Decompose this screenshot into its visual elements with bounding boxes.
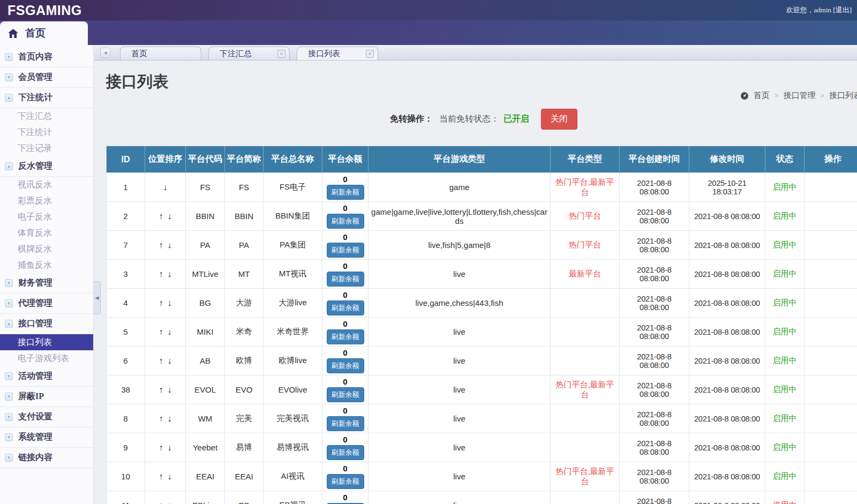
cell-created-time: 2021-08-808:08:00 — [620, 202, 689, 231]
refresh-balance-button[interactable]: 刷新余额 — [327, 185, 364, 200]
cell-status: 启用中 — [765, 202, 805, 231]
sort-up-icon[interactable]: ↑ — [159, 327, 163, 336]
sort-up-icon[interactable]: ↑ — [159, 240, 163, 250]
sidebar-group-首页内容[interactable]: ▼首页内容 — [0, 47, 93, 67]
nav-home[interactable]: 首页 — [0, 21, 88, 45]
expand-icon: ▼ — [5, 454, 13, 462]
sort-down-icon[interactable]: ↓ — [168, 327, 172, 336]
sidebar-group-链接内容[interactable]: ▼链接内容 — [0, 448, 93, 468]
sidebar-item-接口列表[interactable]: 接口列表 — [0, 334, 93, 350]
status-badge: 启用中 — [773, 298, 797, 307]
cell-actions — [805, 375, 857, 404]
sort-down-icon[interactable]: ↓ — [168, 240, 172, 250]
cell-platform-type — [551, 404, 620, 433]
tab-close-icon[interactable]: × — [277, 50, 285, 58]
sort-up-icon[interactable]: ↑ — [159, 443, 163, 452]
refresh-balance-button[interactable]: 刷新余额 — [327, 243, 364, 258]
logout-link[interactable]: [退出] — [833, 6, 852, 14]
sidebar-item-体育反水[interactable]: 体育反水 — [0, 225, 93, 241]
refresh-balance-button[interactable]: 刷新余额 — [327, 358, 364, 373]
cell-created-time: 2021-08-808:08:00 — [620, 491, 689, 504]
sidebar-item-捕鱼反水[interactable]: 捕鱼反水 — [0, 257, 93, 273]
sidebar-collapse-handle[interactable]: ◀ — [94, 281, 101, 314]
sidebar-item-下注记录[interactable]: 下注记录 — [0, 140, 93, 156]
sort-down-icon[interactable]: ↓ — [168, 443, 172, 452]
sort-up-icon[interactable]: ↑ — [159, 414, 163, 423]
sort-up-icon[interactable]: ↑ — [159, 298, 163, 307]
tab-scroll-left-button[interactable]: ◀ — [100, 48, 110, 58]
transfer-close-button[interactable]: 关闭 — [541, 109, 577, 130]
sidebar-item-彩票反水[interactable]: 彩票反水 — [0, 193, 93, 209]
cell-game-types: live,fish|5,game|8 — [369, 231, 551, 260]
cell-sort: ↑↓ — [145, 260, 186, 289]
cell-sort: ↑↓ — [145, 347, 186, 375]
refresh-balance-button[interactable]: 刷新余额 — [327, 445, 364, 460]
cell-created-time: 2021-08-808:08:00 — [620, 433, 689, 462]
brand-logo: FSGAMING — [0, 3, 82, 18]
sidebar-group-系统管理[interactable]: ▼系统管理 — [0, 427, 93, 448]
sort-down-icon[interactable]: ↓ — [163, 183, 168, 192]
cell-modified-time: 2021-08-8 08:08:00 — [689, 289, 765, 318]
tab-下注汇总[interactable]: 下注汇总× — [208, 47, 290, 60]
sidebar-item-棋牌反水[interactable]: 棋牌反水 — [0, 241, 93, 257]
cell-balance: 0刷新余额 — [322, 375, 369, 404]
sort-up-icon[interactable]: ↑ — [159, 269, 163, 279]
sidebar-item-下注统计[interactable]: 下注统计 — [0, 124, 93, 140]
cell-game-types: live — [369, 347, 551, 375]
sort-up-icon[interactable]: ↑ — [159, 212, 163, 221]
sort-down-icon[interactable]: ↓ — [168, 501, 172, 504]
cell-game-types: live — [369, 404, 551, 433]
sort-down-icon[interactable]: ↓ — [168, 356, 172, 365]
status-badge: 停用中 — [773, 500, 797, 504]
sidebar-group-财务管理[interactable]: ▼财务管理 — [0, 273, 93, 294]
tab-首页[interactable]: 首页 — [120, 47, 201, 60]
sidebar-group-下注统计[interactable]: ▲下注统计 — [0, 88, 93, 108]
sort-down-icon[interactable]: ↓ — [168, 212, 172, 221]
sidebar-group-反水管理[interactable]: ▲反水管理 — [0, 156, 93, 177]
sort-up-icon[interactable]: ↑ — [159, 356, 163, 365]
sidebar-group-接口管理[interactable]: ▲接口管理 — [0, 314, 93, 334]
sidebar-group-label: 活动管理 — [18, 371, 52, 382]
sort-down-icon[interactable]: ↓ — [168, 298, 172, 307]
breadcrumb-interface-mgmt[interactable]: 接口管理 — [783, 91, 815, 101]
sidebar-group-屏蔽IP[interactable]: ▼屏蔽IP — [0, 387, 93, 407]
sort-up-icon[interactable]: ↑ — [159, 501, 163, 504]
status-badge: 启用中 — [773, 211, 797, 220]
sidebar-item-视讯反水[interactable]: 视讯反水 — [0, 177, 93, 193]
refresh-balance-button[interactable]: 刷新余额 — [327, 387, 364, 402]
cell-platform-name: EVOlive — [264, 375, 322, 404]
sidebar-item-电子游戏列表[interactable]: 电子游戏列表 — [0, 350, 93, 366]
cell-platform-code: EVOL — [186, 375, 225, 404]
cell-platform-short: FS — [225, 173, 264, 202]
cell-modified-time: 2021-08-8 08:08:00 — [689, 260, 765, 289]
refresh-balance-button[interactable]: 刷新余额 — [327, 272, 364, 287]
cell-game-types: live — [369, 318, 551, 347]
sidebar-group-支付设置[interactable]: ▼支付设置 — [0, 407, 93, 427]
sort-down-icon[interactable]: ↓ — [168, 269, 172, 279]
cell-sort: ↑↓ — [145, 375, 186, 404]
sort-down-icon[interactable]: ↓ — [168, 385, 172, 394]
sidebar-group-会员管理[interactable]: ▼会员管理 — [0, 67, 93, 88]
sort-down-icon[interactable]: ↓ — [168, 414, 172, 423]
refresh-balance-button[interactable]: 刷新余额 — [327, 329, 364, 344]
cell-game-types: live — [369, 260, 551, 289]
refresh-balance-button[interactable]: 刷新余额 — [327, 300, 364, 315]
sidebar-item-下注汇总[interactable]: 下注汇总 — [0, 108, 93, 124]
tab-label: 下注汇总 — [220, 49, 252, 59]
refresh-balance-button[interactable]: 刷新余额 — [327, 416, 364, 431]
tab-接口列表[interactable]: 接口列表× — [297, 47, 378, 60]
cell-balance: 0刷新余额 — [322, 433, 369, 462]
column-header-操作: 操作 — [805, 146, 857, 173]
sort-up-icon[interactable]: ↑ — [159, 472, 163, 481]
refresh-balance-button[interactable]: 刷新余额 — [327, 474, 364, 489]
sidebar-group-代理管理[interactable]: ▼代理管理 — [0, 294, 93, 314]
tab-close-icon[interactable]: × — [366, 50, 374, 58]
sidebar-item-电子反水[interactable]: 电子反水 — [0, 209, 93, 225]
sort-down-icon[interactable]: ↓ — [168, 472, 172, 481]
sort-up-icon[interactable]: ↑ — [159, 385, 163, 394]
breadcrumb-home[interactable]: 首页 — [754, 91, 770, 101]
refresh-balance-button[interactable]: 刷新余额 — [327, 214, 364, 229]
main-area: ◀ 首页下注汇总×接口列表× 接口列表 首页 > 接口管理 > 接口列表 免转操… — [94, 45, 857, 504]
sidebar-group-活动管理[interactable]: ▼活动管理 — [0, 366, 93, 387]
cell-game-types: live,game,chess|443,fish — [369, 289, 551, 318]
